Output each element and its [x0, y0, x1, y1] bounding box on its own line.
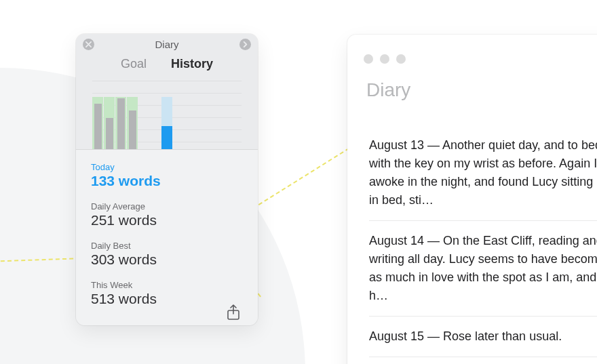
stat-best: Daily Best 303 words — [91, 241, 243, 268]
tab-history[interactable]: History — [171, 57, 213, 71]
stats-panel: Diary Goal History Today 133 words Daily… — [76, 34, 258, 325]
stat-label: Daily Best — [91, 241, 243, 251]
share-button[interactable] — [227, 304, 240, 321]
entry[interactable]: August 15 — Rose later than usual. — [369, 317, 597, 357]
stats-tabs: Goal History — [76, 54, 258, 78]
entries-list: August 13 — Another quiet day, and to be… — [369, 136, 597, 357]
stat-week: This Week 513 words — [91, 280, 243, 307]
window-close-button[interactable] — [364, 54, 373, 64]
stat-value: 251 words — [91, 212, 243, 228]
arrow-right-icon — [242, 41, 248, 47]
stat-average: Daily Average 251 words — [91, 201, 243, 228]
stat-value: 133 words — [91, 173, 243, 189]
close-button[interactable] — [83, 39, 94, 50]
stat-label: Today — [91, 162, 243, 172]
tab-goal[interactable]: Goal — [121, 57, 147, 71]
stat-value: 513 words — [91, 291, 243, 307]
stats-list: Today 133 words Daily Average 251 words … — [76, 150, 258, 325]
entry[interactable]: August 13 — Another quiet day, and to be… — [369, 136, 597, 221]
close-icon — [85, 41, 92, 47]
stat-label: Daily Average — [91, 201, 243, 211]
stat-value: 303 words — [91, 251, 243, 268]
stats-titlebar: Diary — [76, 34, 258, 54]
stat-today: Today 133 words — [91, 162, 243, 189]
stat-label: This Week — [91, 280, 243, 290]
document-window: Diary August 13 — Another quiet day, and… — [347, 35, 597, 364]
history-chart — [76, 78, 258, 150]
next-button[interactable] — [239, 39, 251, 50]
entry[interactable]: August 14 — On the East Cliff, reading a… — [369, 221, 597, 317]
window-minimize-button[interactable] — [380, 54, 389, 64]
window-controls — [364, 54, 406, 64]
document-title: Diary — [366, 79, 410, 101]
window-zoom-button[interactable] — [396, 54, 406, 64]
share-icon — [227, 304, 240, 321]
stats-title: Diary — [155, 39, 178, 50]
